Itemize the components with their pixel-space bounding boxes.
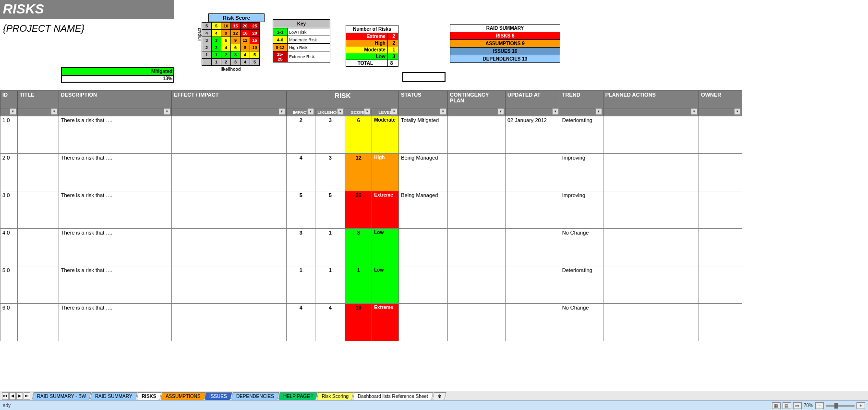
filter-id[interactable]: ▾	[10, 108, 16, 115]
numrisk-label: High	[346, 40, 388, 47]
matrix-cell: 25	[250, 23, 260, 30]
key-label: Extreme Risk	[288, 51, 330, 62]
sheet-tab[interactable]: RISKS	[136, 392, 161, 400]
matrix-col-label: 1	[212, 59, 221, 66]
col-effect: EFFECT / IMPACT	[172, 91, 287, 109]
filter-trend[interactable]: ▾	[595, 108, 602, 115]
raid-title: RAID SUMMARY	[450, 25, 560, 32]
matrix-cell: 8	[241, 44, 250, 51]
zoom-in-icon[interactable]: +	[856, 402, 865, 409]
matrix-col-label: 5	[250, 59, 260, 66]
col-level: LEVEL▾	[372, 109, 399, 116]
sheet-tab[interactable]: Dashboard lists Reference Sheet	[353, 392, 434, 400]
filter-title[interactable]: ▾	[51, 108, 58, 115]
risk-score-matrix: Risk Score Impact 5510152025448121620336…	[202, 13, 260, 73]
sheet-tab[interactable]: Risk Scoring	[317, 392, 354, 400]
key-legend: Key 1-3Low Risk4-6Moderate Risk8-12High …	[273, 19, 330, 62]
new-sheet-icon[interactable]: ✻	[433, 392, 446, 400]
matrix-row-label: 2	[202, 44, 212, 51]
sheet-tab[interactable]: DEPENDENCIES	[231, 392, 279, 400]
table-row[interactable]: 6.0There is a risk that ….4416ExtremeNo …	[0, 304, 742, 341]
sheet-tab[interactable]: ISSUES	[205, 392, 232, 400]
sheet-tab[interactable]: RAID SUMMARY - BW	[32, 392, 91, 400]
filter-status[interactable]: ▾	[440, 108, 446, 115]
filter-impact[interactable]: ▾	[307, 108, 314, 115]
col-risk: RISK	[287, 91, 399, 109]
matrix-cell: 3	[212, 37, 221, 44]
numrisk-count: 2	[387, 40, 398, 47]
sheet-tab[interactable]: HELP PAGE !	[278, 392, 318, 400]
sheet-tab[interactable]: RAID SUMMARY	[90, 392, 138, 400]
numrisk-count: 2	[387, 33, 398, 40]
page-title: RISKS	[0, 0, 174, 19]
matrix-cell: 9	[231, 37, 241, 44]
matrix-row-label: 5	[202, 23, 212, 30]
tab-last-icon[interactable]: ⏭	[24, 392, 30, 400]
view-normal-icon[interactable]: ▦	[772, 402, 781, 409]
numrisk-label: Extreme	[346, 33, 388, 40]
numrisk-label: Moderate	[346, 47, 388, 53]
view-layout-icon[interactable]: ▤	[783, 402, 791, 409]
col-trend: TREND	[560, 91, 603, 109]
numrisk-count: 1	[387, 47, 398, 53]
tab-first-icon[interactable]: ⏮	[2, 392, 9, 400]
matrix-cell: 15	[250, 37, 260, 44]
col-contingency: CONTINGENCY PLAN	[448, 91, 506, 109]
matrix-cell: 5	[250, 51, 260, 59]
filter-planned[interactable]: ▾	[691, 108, 698, 115]
tab-next-icon[interactable]: ▶	[16, 392, 23, 400]
matrix-cell: 4	[241, 51, 250, 59]
likelihood-axis-label: likelihood	[202, 66, 260, 73]
filter-owner[interactable]: ▾	[734, 108, 741, 115]
key-range: 8-12	[273, 44, 288, 51]
col-score: SCORE▾	[345, 109, 372, 116]
num-risks-title: Number of Risks	[346, 25, 398, 33]
view-break-icon[interactable]: ▭	[793, 402, 802, 409]
raid-row: RISKS 8	[450, 32, 560, 40]
raid-row: ISSUES 16	[450, 48, 560, 55]
filter-updated[interactable]: ▾	[552, 108, 559, 115]
zoom-slider[interactable]	[834, 403, 838, 409]
filter-description[interactable]: ▾	[164, 108, 170, 115]
sheet-tab[interactable]: ASSUMPTIONS	[160, 392, 205, 400]
zoom-out-icon[interactable]: −	[815, 402, 824, 409]
filter-contingency[interactable]: ▾	[497, 108, 504, 115]
zoom-level: 70%	[804, 403, 813, 408]
table-row[interactable]: 3.0There is a risk that ….5525ExtremeBei…	[0, 191, 742, 229]
matrix-cell: 3	[231, 51, 241, 59]
mitigated-pct: 13%	[61, 76, 174, 83]
key-label: Moderate Risk	[288, 36, 330, 44]
table-row[interactable]: 2.0There is a risk that ….4312HighBeing …	[0, 154, 742, 191]
number-of-risks: Number of Risks Extreme2High2Moderate1Lo…	[346, 25, 398, 67]
table-row[interactable]: 4.0There is a risk that ….313LowNo Chang…	[0, 229, 742, 266]
col-title: TITLE	[17, 91, 59, 109]
risk-score-title: Risk Score	[208, 13, 265, 22]
status-bar: ady ▦ ▤ ▭ 70% − +	[0, 400, 868, 410]
key-range: 15-25	[273, 51, 288, 62]
raid-summary: RAID SUMMARY RISKS 8ASSUMPTIONS 9ISSUES …	[450, 24, 560, 63]
matrix-cell: 16	[241, 30, 250, 37]
matrix-cell: 1	[212, 51, 221, 59]
col-liklehood: LIKLEHOOD▾	[315, 109, 345, 116]
selected-cell[interactable]	[402, 72, 446, 82]
table-row[interactable]: 1.0There is a risk that ….236ModerateTot…	[0, 116, 742, 154]
filter-score[interactable]: ▾	[364, 108, 371, 115]
filter-effect[interactable]: ▾	[278, 108, 285, 115]
filter-level[interactable]: ▾	[391, 108, 398, 115]
matrix-cell: 4	[212, 30, 221, 37]
matrix-col-label: 3	[231, 59, 241, 66]
col-planned: PLANNED ACTIONS	[603, 91, 699, 109]
matrix-cell: 10	[221, 23, 231, 30]
tab-prev-icon[interactable]: ◀	[9, 392, 16, 400]
table-row[interactable]: 5.0There is a risk that ….111LowDeterior…	[0, 266, 742, 304]
matrix-cell: 2	[212, 44, 221, 51]
matrix-row-label: 3	[202, 37, 212, 44]
key-range: 1-3	[273, 28, 288, 36]
col-updated: UPDATED AT	[505, 91, 560, 109]
zoom-controls: ▦ ▤ ▭ 70% − +	[772, 402, 865, 409]
filter-liklehood[interactable]: ▾	[337, 108, 344, 115]
col-status: STATUS	[399, 91, 448, 109]
matrix-col-label: 2	[221, 59, 231, 66]
matrix-row-label: 4	[202, 30, 212, 37]
matrix-cell: 8	[221, 30, 231, 37]
